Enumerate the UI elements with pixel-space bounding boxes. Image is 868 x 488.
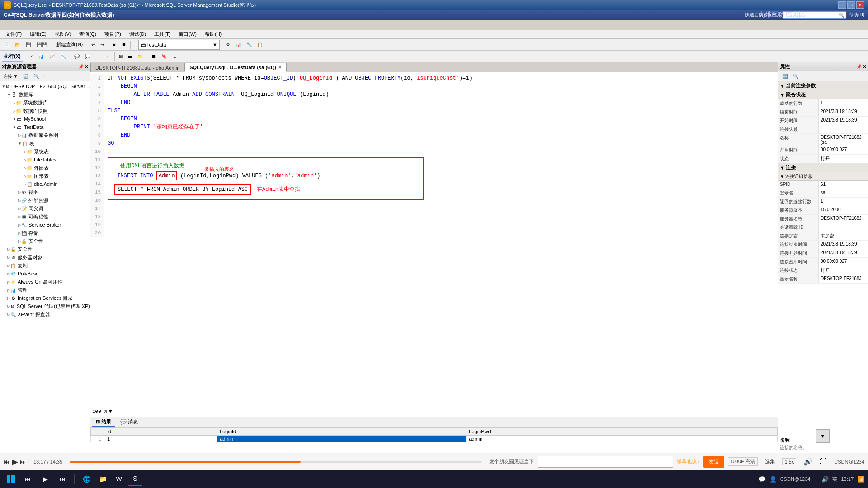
menu-help[interactable]: 帮助(H)	[201, 30, 225, 38]
code-area[interactable]: IF NOT EXISTS(SELECT * FROM sysobjects W…	[104, 74, 511, 237]
tree-item-programmability[interactable]: ▷ 💻 可编程性	[0, 213, 90, 221]
toolbar-extra2[interactable]: 📊	[233, 40, 243, 50]
props-section-current[interactable]: ▼ 当前连接参数	[778, 81, 868, 90]
oe-connect-btn[interactable]: 连接 ▼	[1, 71, 20, 81]
start-debug-btn[interactable]: ▶	[110, 40, 118, 50]
help-label[interactable]: 帮助(H)	[849, 12, 864, 18]
execute-btn[interactable]: 执行(X)	[2, 52, 23, 62]
tree-item-integration-services[interactable]: ▷ ⚙ Integration Services 目录	[0, 294, 90, 302]
send-button[interactable]: 发送	[703, 456, 724, 468]
uncomment-btn[interactable]: 💭	[83, 52, 93, 62]
taskbar-lang[interactable]: 英	[832, 476, 837, 483]
tree-item-synonyms[interactable]: ▷ 📝 同义词	[0, 204, 90, 213]
tree-item-replication[interactable]: ▷ 📋 复制	[0, 261, 90, 270]
minimize-button[interactable]: —	[838, 1, 846, 9]
taskbar-network-icon[interactable]: 📶	[857, 476, 864, 483]
tree-item-xevent[interactable]: ▷ 🔍 XEvent 探查器	[0, 310, 90, 318]
tree-item-testdata[interactable]: ▼ 🗃 TestData	[0, 123, 90, 131]
dropdown-arrow[interactable]: ▼	[212, 42, 217, 47]
tree-item-views[interactable]: ▷ 👁 视图	[0, 188, 90, 196]
start-button[interactable]	[4, 472, 18, 486]
scroll-down-btn[interactable]: ▼	[816, 429, 830, 443]
taskbar-ie-btn[interactable]: 🌐	[79, 472, 94, 486]
tree-item-ext-tables[interactable]: ▷ 📁 外部表	[0, 164, 90, 172]
oe-close-btn[interactable]: ✕	[85, 64, 88, 69]
cell-loginid[interactable]: admin	[217, 436, 466, 442]
new-query-btn2[interactable]: 新建查询(N)	[54, 40, 85, 50]
toolbar-extra3[interactable]: 🔧	[244, 40, 254, 50]
menu-window[interactable]: 窗口(W)	[175, 30, 200, 38]
tree-item-tables[interactable]: ▼ 📋 表	[0, 139, 90, 147]
save-all-btn[interactable]: 💾💾	[34, 40, 50, 50]
taskbar-media-next[interactable]: ⏭	[55, 472, 70, 486]
menu-debug[interactable]: 调试(D)	[126, 30, 150, 38]
results-grid-btn[interactable]: ⊞	[117, 52, 125, 62]
tab-sqlquery[interactable]: SQLQuery1.sql - D...estData (sa (61)) ✕	[184, 63, 286, 72]
speed-label[interactable]: 1.5x	[782, 458, 796, 465]
undo-btn[interactable]: ↩	[89, 40, 97, 50]
taskbar-user-icon[interactable]: 👤	[769, 476, 777, 483]
props-close-btn[interactable]: ✕	[863, 64, 866, 69]
toolbar-extra1[interactable]: ⚙	[224, 40, 232, 50]
tree-item-diagrams[interactable]: ▷ 📊 数据库关系图	[0, 131, 90, 139]
menu-query[interactable]: 查询(Q)	[75, 30, 100, 38]
stop-debug-btn[interactable]: ⏹	[119, 40, 128, 50]
tree-item-databases[interactable]: ▼ 🗄 数据库	[0, 90, 90, 99]
result-tab-results[interactable]: ⊞ 结果	[92, 418, 115, 427]
result-tab-messages[interactable]: 💬 消息	[117, 418, 142, 427]
parse-btn[interactable]: ✓	[27, 52, 35, 62]
next-btn[interactable]: ⏭	[20, 458, 26, 465]
prev-btn[interactable]: ⏮	[4, 458, 10, 465]
tree-item-myschool[interactable]: ▼ 🗃 MySchool	[0, 115, 90, 123]
progress-bar[interactable]	[70, 461, 482, 463]
props-section-agg[interactable]: ▼ 聚合状态	[778, 90, 868, 99]
oe-refresh-btn[interactable]: 🔄	[21, 71, 31, 81]
tree-item-always-on[interactable]: ▷ ⚡ Always On 高可用性	[0, 278, 90, 286]
tree-item-graph-tables[interactable]: ▷ 📁 图形表	[0, 172, 90, 180]
save-btn[interactable]: 💾	[24, 40, 33, 50]
stop-query-btn[interactable]: ⏹	[149, 52, 158, 62]
expand-icon[interactable]: ▼	[7, 93, 11, 97]
tree-item-db-security[interactable]: ▷ 🔒 安全性	[0, 237, 90, 245]
props-pin-btn[interactable]: 📌	[856, 64, 862, 69]
taskbar-media-play[interactable]: ▶	[38, 472, 52, 486]
results-text-btn[interactable]: ☰	[126, 52, 134, 62]
taskbar-ssms-btn[interactable]: S	[128, 472, 142, 486]
chat-input[interactable]	[538, 456, 673, 468]
menu-view[interactable]: 视图(V)	[51, 30, 75, 38]
zoom-chevron[interactable]: ▼	[109, 407, 112, 416]
tree-item-sql-agent[interactable]: ▷ 🖥 SQL Server 代理(已禁用代理 XP)	[0, 302, 90, 310]
results-file-btn[interactable]: 📁	[135, 52, 145, 62]
comment-btn[interactable]: 💬	[72, 52, 82, 62]
menu-project[interactable]: 项目(P)	[101, 30, 125, 38]
tree-item-polybase[interactable]: ▷ 💎 PolyBase	[0, 270, 90, 278]
tab-admin[interactable]: DESKTOP-TF2168J...ata - dbo.Admin	[90, 63, 184, 72]
tree-item-filetables[interactable]: ▷ 📁 FileTables	[0, 156, 90, 164]
tree-item-server-objects[interactable]: ▷ 🖥 服务器对象	[0, 253, 90, 261]
include-stats-btn[interactable]: 📊	[36, 52, 46, 62]
expand-icon[interactable]: ▼	[13, 117, 16, 121]
oe-pin-btn[interactable]: 📌	[78, 64, 84, 69]
prev-bookmark-btn[interactable]: 🔖	[159, 52, 169, 62]
selection-label[interactable]: 选集	[765, 458, 775, 465]
props-section-conn-detail[interactable]: ▼ 连接详细信息	[778, 172, 868, 181]
fullscreen-icon[interactable]: ⛶	[820, 458, 827, 466]
menu-tools[interactable]: 工具(T)	[151, 30, 174, 38]
taskbar-volume-icon[interactable]: 🔊	[821, 476, 829, 483]
taskbar-media-prev[interactable]: ⏮	[21, 472, 35, 486]
tree-item-root[interactable]: ▼ 🖥 DESKTOP-TF2168J (SQL Server 15.0	[0, 82, 90, 90]
tree-item-sys-tables[interactable]: ▷ 📁 系统表	[0, 147, 90, 156]
include-plan-btn[interactable]: 📈	[47, 52, 57, 62]
outdent-btn[interactable]: ←	[104, 52, 113, 62]
expand-icon[interactable]: ▼	[2, 85, 5, 89]
new-query-btn[interactable]: 📄	[2, 40, 12, 50]
tab-close-btn[interactable]: ✕	[278, 65, 282, 70]
open-btn[interactable]: 📂	[13, 40, 23, 50]
sql-editor[interactable]: 1 2 3 4 5 6 7 8 9 10 11 12 13 14 15 16 1	[90, 72, 778, 417]
props-sort-btn[interactable]: 🔤	[780, 71, 790, 81]
taskbar-chat-icon[interactable]: 💬	[759, 476, 766, 483]
close-button[interactable]: ✕	[856, 1, 864, 9]
tree-item-dbo-admin[interactable]: ▷ 📋 dbo.Admin	[0, 180, 90, 188]
taskbar-folder-btn[interactable]: 📁	[95, 472, 110, 486]
menu-edit[interactable]: 编辑(E)	[26, 30, 50, 38]
